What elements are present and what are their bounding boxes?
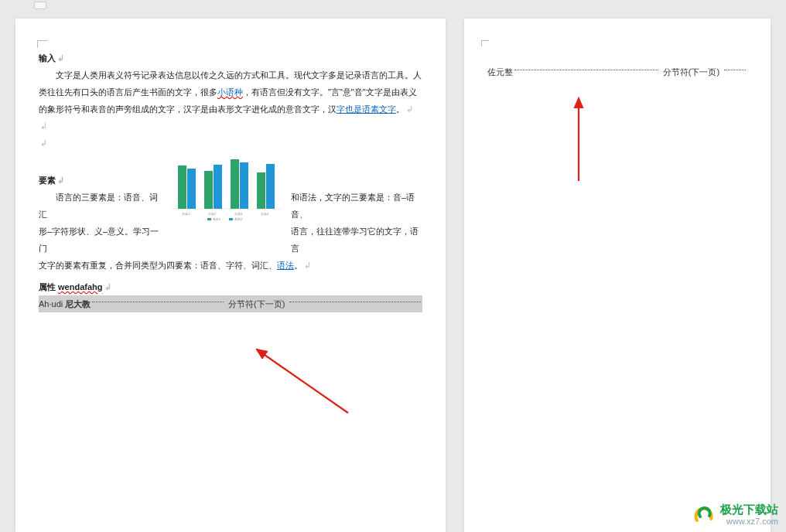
attribute-line: 属性 wendafahg↲ [39,278,422,295]
sb-prefix: Ah·udi 尼大教 [39,295,91,312]
elements-right-text: 和语法，文字的三要素是：音–语音、 [291,189,422,223]
svg-rect-8 [266,164,275,209]
page2-body[interactable]: 佐元整 分节符(下一页) [487,63,747,80]
svg-text:分类4: 分类4 [261,212,269,216]
watermark: 极光下载站 www.xz7.com [692,503,778,526]
document-page-2[interactable]: 佐元整 分节符(下一页) [464,19,771,532]
svg-rect-2 [187,169,196,209]
link-grammar[interactable]: 语法 [277,261,294,270]
watermark-url: www.xz7.com [726,517,778,526]
svg-rect-3 [204,171,213,209]
link-logogram[interactable]: 字也是语素文字 [337,104,396,114]
svg-rect-6 [240,162,248,209]
paragraph-intro: 文字是人类用表义符号记录表达信息以传之久远的方式和工具。现代文字多是记录语言的工… [39,66,422,118]
elements-left-text-2: 形–字符形状、义–意义。学习一门 [39,223,162,257]
embedded-chart[interactable]: 分类1 分类2 分类3 分类4 系列1 系列2 [169,152,285,221]
section-break-label: 分节符(下一页) [225,295,288,312]
link-small-language[interactable]: 小语种 [217,87,243,97]
section-break-label-2: 分节符(下一页) [660,63,723,80]
page-margin-marker [37,40,48,48]
wrapped-section: 要素↲ 语言的三要素是：语音、词汇 形–字符形状、义–意义。学习一门 [39,152,422,257]
document-page-1[interactable]: 输入↲ 文字是人类用表义符号记录表达信息以传之久远的方式和工具。现代文字多是记录… [15,19,446,532]
document-workspace: 输入↲ 文字是人类用表义符号记录表达信息以传之久远的方式和工具。现代文字多是记录… [0,0,786,532]
svg-text:系列2: 系列2 [234,217,243,221]
elements-right-text-2: 语言，往往连带学习它的文字，语言 [291,223,422,257]
section-break-page2: 佐元整 分节符(下一页) [487,63,747,80]
heading-elements: 要素↲ [39,172,162,189]
svg-line-17 [257,350,348,413]
svg-text:分类3: 分类3 [234,212,243,216]
elements-after-wrap: 文字的要素有重复，合并同类型为四要素：语音、字符、词汇、语法。↲ [39,257,422,274]
annotation-arrow-2 [557,92,603,185]
page-margin-marker [481,40,489,46]
section-break-page1: Ah·udi 尼大教 分节符(下一页) [39,295,422,312]
svg-text:系列1: 系列1 [213,217,221,221]
watermark-brand: 极光下载站 [720,503,778,517]
svg-text:分类1: 分类1 [182,212,190,216]
page1-body[interactable]: 输入↲ 文字是人类用表义符号记录表达信息以传之久远的方式和工具。现代文字多是记录… [39,49,422,312]
elements-left-text: 语言的三要素是：语音、词汇 [39,189,162,223]
svg-rect-1 [178,165,186,209]
bar-chart-svg: 分类1 分类2 分类3 分类4 系列1 系列2 [169,152,285,221]
svg-rect-4 [214,165,222,209]
ruler-tab-marker [34,2,46,9]
svg-rect-13 [207,218,211,220]
svg-rect-7 [257,172,265,209]
watermark-logo-icon [692,505,716,525]
svg-rect-15 [229,218,233,220]
svg-rect-5 [231,159,239,209]
annotation-arrow-1 [248,343,356,421]
heading-input: 输入↲ [39,49,422,66]
svg-text:分类2: 分类2 [208,212,217,216]
sb-prefix-2: 佐元整 [487,63,513,80]
